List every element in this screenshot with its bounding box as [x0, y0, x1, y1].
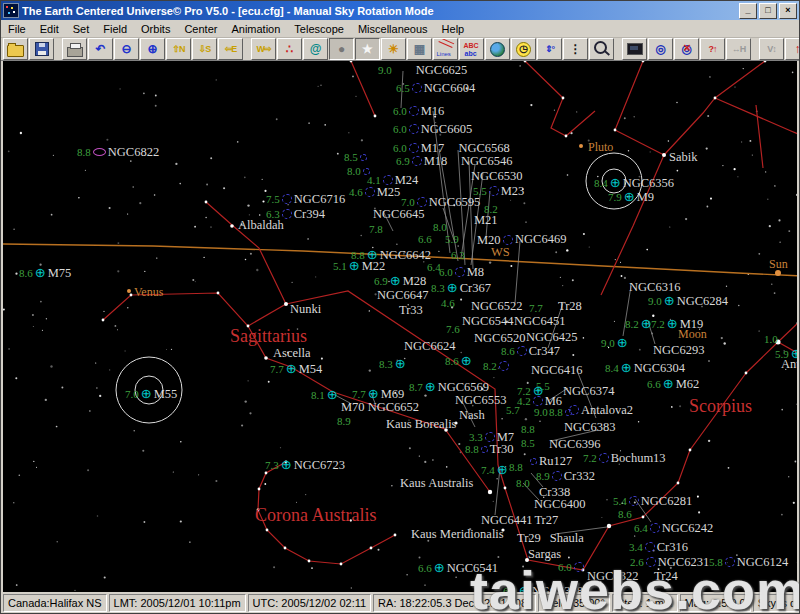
- magnitude-label: 6.0: [558, 561, 572, 573]
- object-row: 2.6NGC6231: [630, 556, 709, 568]
- toggle-labels-button[interactable]: [459, 38, 484, 60]
- sky-chart[interactable]: 9.0NGC66256.5NGC66046.0M166.0NGC66056.0M…: [1, 61, 799, 592]
- toggle-constellation-lines-button[interactable]: [433, 38, 458, 60]
- close-button[interactable]: ×: [779, 3, 797, 19]
- open-file-button[interactable]: [3, 38, 28, 60]
- set-time-button[interactable]: ◷: [511, 38, 536, 60]
- object-label: Tr27: [534, 513, 558, 528]
- object-row: NGC6469: [515, 233, 566, 245]
- menu-edit[interactable]: Edit: [33, 22, 66, 36]
- zoom-in-button[interactable]: ⊕: [140, 38, 165, 60]
- magnitude-label: 7.4: [481, 464, 495, 476]
- magnitude-label: 7.6: [446, 323, 460, 335]
- find-object-button[interactable]: [589, 38, 614, 60]
- magnitude-label: 7.8: [369, 223, 383, 235]
- globular-cluster-symbol: ⊕: [390, 276, 401, 286]
- toggle-horizon-button[interactable]: [485, 38, 510, 60]
- magnitude-label: 6.3: [451, 249, 465, 261]
- pan-north-button[interactable]: ⇧N: [166, 38, 191, 60]
- globular-cluster-symbol: ⊕: [286, 364, 297, 374]
- menu-center[interactable]: Center: [177, 22, 224, 36]
- toggle-deep-sky-button[interactable]: @: [303, 38, 328, 60]
- magnitude-label: 7.2: [651, 318, 665, 330]
- title-bar[interactable]: The Earth Centered Universe© Pro V5.0 - …: [1, 1, 799, 20]
- menu-orbits[interactable]: Orbits: [134, 22, 177, 36]
- object-row: 8.6Cr347: [501, 345, 560, 357]
- toggle-stars-button[interactable]: ∴: [277, 38, 302, 60]
- toggle-planets-button[interactable]: ●: [329, 38, 354, 60]
- pan-south-button[interactable]: ⇩S: [192, 38, 217, 60]
- magnitude-label: 6.6: [647, 378, 661, 390]
- magnitude-label: 6.5: [396, 82, 410, 94]
- undo-view-button[interactable]: ↶: [88, 38, 113, 60]
- step-up-button[interactable]: ↑: [785, 38, 800, 60]
- menu-field[interactable]: Field: [96, 22, 134, 36]
- toggle-asteroids-icon: ☀: [388, 42, 399, 56]
- app-window: The Earth Centered Universe© Pro V5.0 - …: [0, 0, 800, 614]
- object-row: NGC6400: [534, 498, 585, 510]
- toggle-constellation-lines-icon: [437, 41, 455, 57]
- magnitude-label: 8.8: [549, 406, 563, 418]
- set-time-icon: ◷: [516, 42, 531, 57]
- menu-help[interactable]: Help: [435, 22, 472, 36]
- altitude-scale-button[interactable]: ⇕°: [537, 38, 562, 60]
- menu-file[interactable]: File: [1, 22, 33, 36]
- object-row: 7.7⊕M54: [270, 363, 322, 375]
- magnitude-label: 3.3: [469, 431, 483, 443]
- zoom-out-button[interactable]: ⊖: [114, 38, 139, 60]
- minimize-button[interactable]: _: [739, 3, 757, 19]
- menu-miscellaneous[interactable]: Miscellaneous: [351, 22, 435, 36]
- status-lmt: LMT: 2005/12/01 10:11pm: [109, 594, 246, 612]
- toggle-comets-button[interactable]: ★: [355, 38, 380, 60]
- magnitude-label: 3.4: [629, 541, 643, 553]
- magnitude-label: 5.8: [709, 556, 723, 568]
- object-row: Kaus Australis: [400, 477, 473, 489]
- object-row: NGC6425: [526, 331, 577, 343]
- object-label: NGC6396: [549, 437, 600, 452]
- object-row: NGC6322: [587, 570, 638, 582]
- magnitude-label: 7.7: [529, 302, 543, 314]
- field-circle-off-button[interactable]: ◎×: [674, 38, 699, 60]
- magnitude-label: 8.0: [347, 165, 361, 177]
- field-circle-button[interactable]: ◎: [648, 38, 673, 60]
- find-object-icon: [594, 41, 607, 54]
- pointer-mode-button[interactable]: ?↑: [700, 38, 725, 60]
- object-label: NGC6645: [373, 207, 424, 222]
- star-dot: [264, 356, 268, 360]
- object-row: Kaus Borealis: [386, 418, 456, 430]
- menu-set[interactable]: Set: [66, 22, 97, 36]
- pan-west-button[interactable]: W⇨: [251, 38, 276, 60]
- object-row: M21: [474, 214, 498, 226]
- magnitude-label: 6.0: [393, 105, 407, 117]
- pan-east-button[interactable]: ⇦E: [218, 38, 243, 60]
- open-cluster-symbol: [412, 156, 422, 166]
- magnitude-label: 9.0: [601, 337, 615, 349]
- constellation-label: Corona Australis: [255, 505, 377, 526]
- open-cluster-symbol: [599, 453, 609, 463]
- print-button[interactable]: [62, 38, 87, 60]
- toggle-grid-button[interactable]: ▦: [407, 38, 432, 60]
- magnitude-label: 6.0: [439, 266, 453, 278]
- magnitude-label: 8.4: [605, 362, 619, 374]
- toggle-asteroids-button[interactable]: ☀: [381, 38, 406, 60]
- telescope-control-button[interactable]: [622, 38, 647, 60]
- open-cluster-symbol: [650, 523, 660, 533]
- object-label: M22: [362, 259, 386, 274]
- object-label: NGC6293: [653, 343, 704, 358]
- object-row: 7.6: [446, 323, 460, 335]
- object-row: NGC6647: [377, 289, 428, 301]
- magnitude-label: 8.8: [465, 443, 479, 455]
- save-button[interactable]: [29, 38, 54, 60]
- object-row: 8.5: [344, 151, 367, 163]
- object-row: 1.0: [764, 333, 778, 345]
- flip-vertical-button: V↕: [759, 38, 784, 60]
- open-cluster-symbol: [412, 83, 422, 93]
- menu-animation[interactable]: Animation: [224, 22, 287, 36]
- object-row: 8.1⊕: [311, 389, 338, 401]
- set-magnitudes-button[interactable]: ⋮: [563, 38, 588, 60]
- maximize-button[interactable]: □: [759, 3, 777, 19]
- object-label: M28: [403, 274, 427, 289]
- pluto-label: Pluto: [588, 140, 613, 155]
- menu-telescope[interactable]: Telescope: [287, 22, 351, 36]
- object-row: NGC6530: [471, 170, 522, 182]
